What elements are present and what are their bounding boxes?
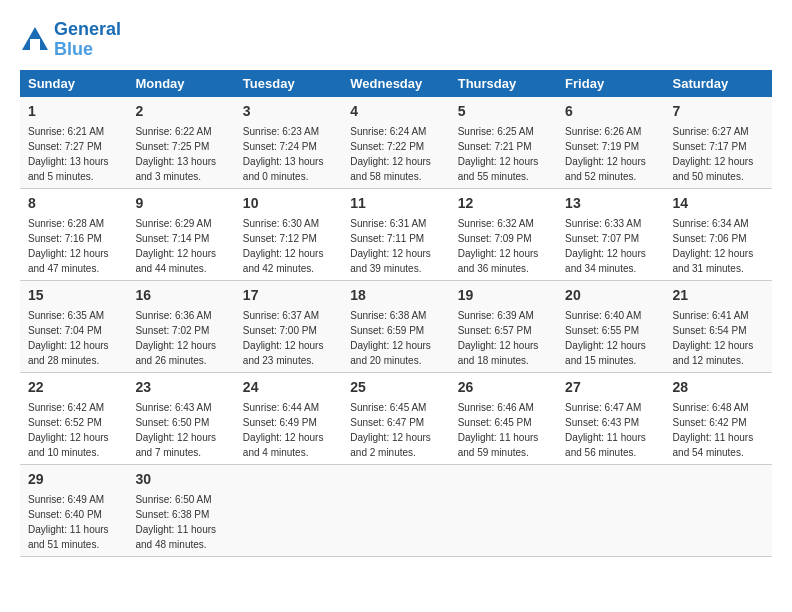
day-info-line: Daylight: 12 hours xyxy=(458,246,549,261)
day-number: 21 xyxy=(673,285,764,306)
day-info-line: and 5 minutes. xyxy=(28,169,119,184)
day-info-line: Sunset: 7:09 PM xyxy=(458,231,549,246)
calendar-cell: 28Sunrise: 6:48 AMSunset: 6:42 PMDayligh… xyxy=(665,372,772,464)
day-info-line: Daylight: 12 hours xyxy=(135,430,226,445)
calendar-cell xyxy=(342,464,449,556)
day-info-line: and 15 minutes. xyxy=(565,353,656,368)
day-info-line: Daylight: 12 hours xyxy=(243,338,334,353)
day-info-line: and 51 minutes. xyxy=(28,537,119,552)
calendar-cell: 5Sunrise: 6:25 AMSunset: 7:21 PMDaylight… xyxy=(450,97,557,189)
day-info-line: Daylight: 12 hours xyxy=(243,430,334,445)
day-info-line: Sunset: 7:21 PM xyxy=(458,139,549,154)
calendar-cell xyxy=(665,464,772,556)
calendar-cell: 20Sunrise: 6:40 AMSunset: 6:55 PMDayligh… xyxy=(557,280,664,372)
day-info-line: Daylight: 11 hours xyxy=(458,430,549,445)
day-info-line: Daylight: 13 hours xyxy=(135,154,226,169)
day-info-line: and 36 minutes. xyxy=(458,261,549,276)
day-number: 18 xyxy=(350,285,441,306)
day-info-line: Sunset: 6:50 PM xyxy=(135,415,226,430)
day-info-line: Sunrise: 6:49 AM xyxy=(28,492,119,507)
day-info-line: Sunset: 7:02 PM xyxy=(135,323,226,338)
day-info-line: Sunrise: 6:36 AM xyxy=(135,308,226,323)
calendar-cell: 26Sunrise: 6:46 AMSunset: 6:45 PMDayligh… xyxy=(450,372,557,464)
day-info-line: Sunrise: 6:46 AM xyxy=(458,400,549,415)
day-info-line: Daylight: 12 hours xyxy=(350,154,441,169)
day-info-line: and 12 minutes. xyxy=(673,353,764,368)
day-info-line: Daylight: 11 hours xyxy=(28,522,119,537)
day-header-thursday: Thursday xyxy=(450,70,557,97)
day-number: 28 xyxy=(673,377,764,398)
calendar-cell: 18Sunrise: 6:38 AMSunset: 6:59 PMDayligh… xyxy=(342,280,449,372)
page-header: General Blue xyxy=(20,20,772,60)
day-info-line: Daylight: 12 hours xyxy=(243,246,334,261)
day-info-line: Daylight: 12 hours xyxy=(565,154,656,169)
calendar-cell: 13Sunrise: 6:33 AMSunset: 7:07 PMDayligh… xyxy=(557,188,664,280)
day-info-line: Daylight: 12 hours xyxy=(350,338,441,353)
calendar-cell: 7Sunrise: 6:27 AMSunset: 7:17 PMDaylight… xyxy=(665,97,772,189)
day-number: 11 xyxy=(350,193,441,214)
day-info-line: Sunset: 7:27 PM xyxy=(28,139,119,154)
day-number: 27 xyxy=(565,377,656,398)
day-info-line: Sunrise: 6:40 AM xyxy=(565,308,656,323)
day-info-line: Daylight: 12 hours xyxy=(458,338,549,353)
day-info-line: and 48 minutes. xyxy=(135,537,226,552)
day-info-line: Daylight: 11 hours xyxy=(135,522,226,537)
day-info-line: Sunrise: 6:48 AM xyxy=(673,400,764,415)
day-info-line: and 20 minutes. xyxy=(350,353,441,368)
day-info-line: Sunset: 7:17 PM xyxy=(673,139,764,154)
day-info-line: Daylight: 12 hours xyxy=(673,338,764,353)
day-info-line: Sunrise: 6:34 AM xyxy=(673,216,764,231)
day-info-line: Sunset: 7:24 PM xyxy=(243,139,334,154)
calendar-table: SundayMondayTuesdayWednesdayThursdayFrid… xyxy=(20,70,772,557)
logo-icon xyxy=(20,25,50,55)
day-number: 26 xyxy=(458,377,549,398)
day-info-line: and 34 minutes. xyxy=(565,261,656,276)
day-info-line: and 50 minutes. xyxy=(673,169,764,184)
day-info-line: and 0 minutes. xyxy=(243,169,334,184)
day-info-line: Sunrise: 6:25 AM xyxy=(458,124,549,139)
day-info-line: Sunrise: 6:27 AM xyxy=(673,124,764,139)
day-info-line: Sunrise: 6:23 AM xyxy=(243,124,334,139)
day-info-line: and 59 minutes. xyxy=(458,445,549,460)
day-info-line: Daylight: 13 hours xyxy=(28,154,119,169)
day-info-line: Sunrise: 6:47 AM xyxy=(565,400,656,415)
day-number: 2 xyxy=(135,101,226,122)
day-info-line: Sunset: 7:12 PM xyxy=(243,231,334,246)
day-info-line: Sunrise: 6:45 AM xyxy=(350,400,441,415)
logo-line1: General xyxy=(54,19,121,39)
day-header-sunday: Sunday xyxy=(20,70,127,97)
logo-line2: Blue xyxy=(54,39,93,59)
day-number: 20 xyxy=(565,285,656,306)
day-info-line: Sunset: 6:52 PM xyxy=(28,415,119,430)
header-row: SundayMondayTuesdayWednesdayThursdayFrid… xyxy=(20,70,772,97)
day-number: 16 xyxy=(135,285,226,306)
day-info-line: Sunset: 6:59 PM xyxy=(350,323,441,338)
day-info-line: Sunset: 6:43 PM xyxy=(565,415,656,430)
calendar-cell: 14Sunrise: 6:34 AMSunset: 7:06 PMDayligh… xyxy=(665,188,772,280)
calendar-cell: 25Sunrise: 6:45 AMSunset: 6:47 PMDayligh… xyxy=(342,372,449,464)
day-number: 25 xyxy=(350,377,441,398)
day-info-line: and 44 minutes. xyxy=(135,261,226,276)
calendar-cell: 12Sunrise: 6:32 AMSunset: 7:09 PMDayligh… xyxy=(450,188,557,280)
calendar-cell xyxy=(450,464,557,556)
logo: General Blue xyxy=(20,20,121,60)
day-info-line: and 39 minutes. xyxy=(350,261,441,276)
day-info-line: and 42 minutes. xyxy=(243,261,334,276)
calendar-cell: 24Sunrise: 6:44 AMSunset: 6:49 PMDayligh… xyxy=(235,372,342,464)
calendar-cell: 9Sunrise: 6:29 AMSunset: 7:14 PMDaylight… xyxy=(127,188,234,280)
calendar-cell: 1Sunrise: 6:21 AMSunset: 7:27 PMDaylight… xyxy=(20,97,127,189)
day-info-line: Sunrise: 6:39 AM xyxy=(458,308,549,323)
calendar-cell: 17Sunrise: 6:37 AMSunset: 7:00 PMDayligh… xyxy=(235,280,342,372)
day-number: 4 xyxy=(350,101,441,122)
day-info-line: and 7 minutes. xyxy=(135,445,226,460)
calendar-cell: 22Sunrise: 6:42 AMSunset: 6:52 PMDayligh… xyxy=(20,372,127,464)
day-number: 8 xyxy=(28,193,119,214)
day-info-line: Sunset: 7:06 PM xyxy=(673,231,764,246)
day-number: 19 xyxy=(458,285,549,306)
day-info-line: Sunrise: 6:44 AM xyxy=(243,400,334,415)
calendar-cell: 4Sunrise: 6:24 AMSunset: 7:22 PMDaylight… xyxy=(342,97,449,189)
day-number: 10 xyxy=(243,193,334,214)
day-info-line: Daylight: 12 hours xyxy=(350,246,441,261)
day-header-wednesday: Wednesday xyxy=(342,70,449,97)
day-info-line: Sunrise: 6:31 AM xyxy=(350,216,441,231)
